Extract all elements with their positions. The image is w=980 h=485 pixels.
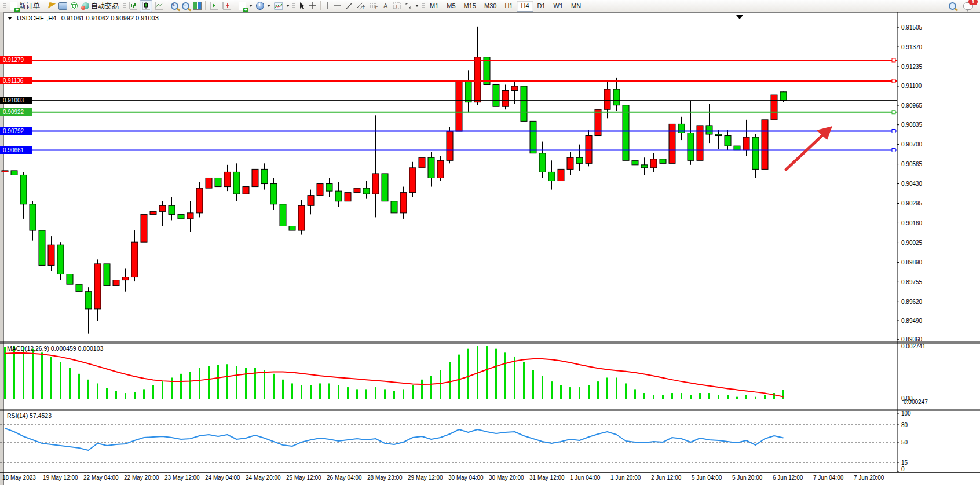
time-tick-label: 24 May 20:00 [246, 474, 281, 482]
zoom-out-button[interactable]: − [180, 0, 191, 12]
text-label-icon: T [393, 2, 401, 10]
price-tick-label: 0.90700 [901, 141, 922, 148]
time-tick-label: 5 Jun 04:00 [692, 474, 722, 482]
periods-caret-icon [267, 5, 270, 7]
svg-text:E: E [363, 6, 365, 10]
channel-tool-button[interactable]: E [355, 0, 368, 12]
text-tool-button[interactable]: A [381, 0, 391, 12]
templates-caret-icon [286, 5, 290, 7]
rsi-indicator-label: RSI(14) 57.4523 [7, 412, 52, 419]
templates-icon [274, 2, 283, 10]
svg-text:F: F [375, 6, 378, 10]
cursor-tool-button[interactable] [297, 0, 307, 12]
hline-tool-button[interactable] [332, 0, 343, 12]
line-chart-icon [154, 2, 163, 10]
chart-ohlc-values: 0.91061 0.91062 0.90992 0.91003 [61, 14, 159, 21]
new-order-label: 新订单 [19, 1, 40, 11]
price-tick-label: 0.90835 [901, 121, 922, 128]
price-tick-label: 0.91100 [901, 82, 922, 90]
auto-scroll-button[interactable] [207, 0, 220, 12]
main-toolbar: 新订单 自动交易 + − [0, 0, 980, 12]
search-button[interactable] [947, 0, 958, 12]
bar-chart-icon [129, 2, 138, 10]
tab-timeframe-mn[interactable]: MN [567, 1, 585, 12]
auto-trading-button[interactable]: 自动交易 [79, 0, 122, 12]
price-tick-label: 0.89890 [901, 259, 922, 266]
chart-shift-button[interactable] [220, 0, 233, 12]
vertical-line-icon [324, 2, 330, 10]
price-level-tag: 0.90792 [0, 127, 32, 135]
zoom-in-icon: + [171, 2, 178, 10]
price-tick-label: 0.91505 [901, 24, 922, 31]
crosshair-icon [309, 2, 317, 10]
auto-scroll-icon [209, 2, 218, 10]
trendline-tool-button[interactable] [343, 0, 355, 12]
tile-windows-button[interactable] [191, 0, 203, 12]
time-tick-label: 6 Jun 12:00 [773, 474, 803, 482]
cursor-icon [298, 2, 305, 10]
price-tick-label: 0.89620 [901, 298, 922, 306]
tab-timeframe-m15[interactable]: M15 [460, 1, 480, 12]
tab-timeframe-w1[interactable]: W1 [550, 1, 568, 12]
new-order-icon [10, 2, 17, 10]
price-level-tag: 0.91279 [0, 56, 32, 64]
time-tick-label: 19 May 12:00 [43, 474, 78, 482]
gold-pointer-icon [48, 2, 56, 9]
time-tick-label: 24 May 04:00 [205, 474, 240, 482]
chart-window[interactable] [3, 12, 980, 485]
tab-timeframe-m5[interactable]: M5 [443, 1, 459, 12]
market-watch-button[interactable] [57, 0, 69, 12]
text-label-tool-button[interactable]: T [391, 0, 403, 12]
tab-timeframe-m1[interactable]: M1 [426, 1, 443, 12]
fibonacci-tool-button[interactable]: F [368, 0, 381, 12]
chart-menu-caret-icon[interactable] [8, 17, 12, 20]
tab-timeframe-d1[interactable]: D1 [533, 1, 550, 12]
gold-pointer-button[interactable] [47, 0, 57, 12]
signal-button[interactable] [69, 0, 79, 12]
price-tick-label: 0.90965 [901, 102, 922, 109]
auto-trading-icon [82, 2, 89, 9]
indicators-button[interactable] [237, 0, 254, 12]
price-level-tag: 0.90661 [0, 146, 32, 154]
time-tick-label: 22 May 20:00 [124, 474, 159, 482]
time-tick-label: 30 May 04:00 [448, 474, 484, 482]
price-tick-label: 0.90565 [901, 160, 922, 168]
rsi-tick-label: 0 [901, 465, 905, 473]
bar-chart-mode-button[interactable] [127, 0, 140, 12]
macd-tick-label: 0.000247 [904, 398, 928, 406]
time-tick-label: 29 May 12:00 [408, 474, 443, 482]
periods-button[interactable] [254, 0, 272, 12]
indicators-caret-icon [249, 5, 253, 7]
price-tick-label: 0.91235 [901, 63, 922, 71]
new-order-button[interactable]: 新订单 [7, 0, 43, 12]
arrows-tool-button[interactable] [403, 0, 420, 12]
tab-timeframe-h4[interactable]: H4 [517, 1, 533, 12]
templates-button[interactable] [272, 0, 291, 12]
macd-tick-label: 0.002741 [901, 343, 926, 350]
tab-timeframe-h1[interactable]: H1 [500, 1, 517, 12]
rsi-tick-label: 80 [901, 421, 908, 429]
time-tick-label: 25 May 12:00 [286, 474, 321, 482]
vline-tool-button[interactable] [323, 0, 332, 12]
chart-title: USDCHF-,H4 0.91061 0.91062 0.90992 0.910… [8, 14, 159, 21]
time-tick-label: 1 Jun 20:00 [610, 474, 641, 482]
candlestick-mode-button[interactable] [140, 0, 152, 12]
time-tick-label: 1 Jun 04:00 [570, 474, 600, 482]
toolbar-grip[interactable] [3, 2, 6, 10]
price-tick-label: 0.89755 [901, 278, 922, 286]
fibonacci-icon: F [370, 2, 379, 10]
notifications-button[interactable]: 1 [961, 0, 975, 12]
zoom-in-button[interactable]: + [169, 0, 180, 12]
rsi-tick-label: 100 [901, 410, 911, 417]
crosshair-tool-button[interactable] [307, 0, 319, 12]
price-tick-label: 0.90295 [901, 200, 922, 207]
line-chart-mode-button[interactable] [152, 0, 165, 12]
zoom-out-icon: − [182, 2, 189, 10]
svg-text:A: A [383, 2, 388, 9]
signal-icon [71, 2, 78, 9]
horizontal-line-icon [334, 2, 342, 10]
time-tick-label: 2 Jun 12:00 [651, 474, 681, 482]
time-tick-label: 18 May 2023 [2, 474, 36, 482]
price-level-tag: 0.90922 [0, 108, 32, 116]
tab-timeframe-m30[interactable]: M30 [480, 1, 500, 12]
